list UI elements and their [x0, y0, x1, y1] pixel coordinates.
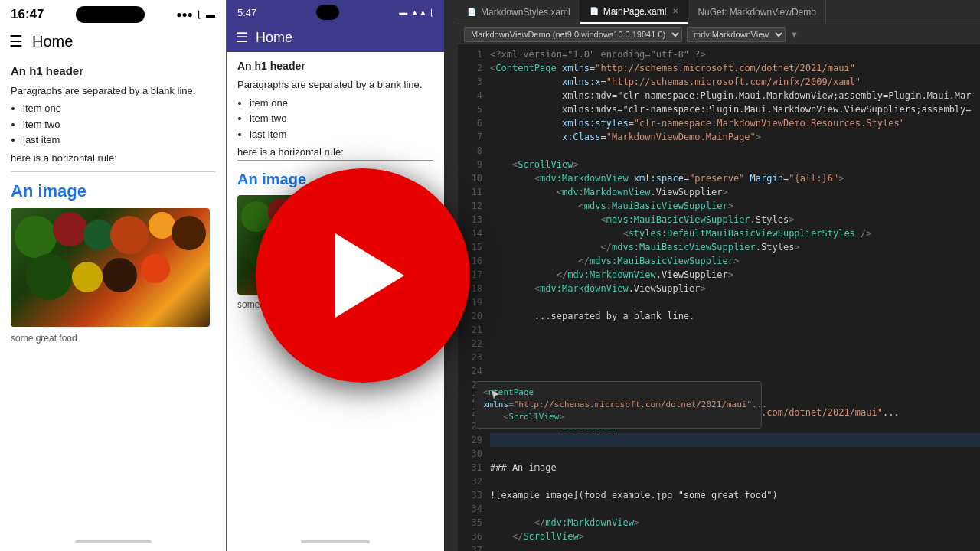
food-decor [103, 258, 137, 292]
code-editor[interactable]: 1234567891011121314151617181920212223242… [458, 44, 980, 551]
line-number: 30 [458, 447, 482, 461]
mid-status-bar: 5:47 ▬ ▲▲ ⌊ [227, 0, 444, 23]
code-line[interactable] [490, 323, 980, 337]
code-content[interactable]: <?xml version="1.0" encoding="utf-8" ?><… [487, 44, 980, 551]
food-decor [172, 216, 206, 250]
code-line[interactable]: xmlns:styles="clr-namespace:MarkdownView… [490, 116, 980, 130]
code-line[interactable]: <mdvs:MauiBasicViewSupplier.Styles> [490, 213, 980, 227]
code-line[interactable]: ...separated by a blank line. [490, 309, 980, 323]
code-line[interactable]: <mdv:MarkdownView.ViewSupplier> [490, 185, 980, 199]
tab-main-page[interactable]: 📄 MainPage.xaml ✕ [580, 0, 689, 24]
code-line[interactable] [490, 447, 980, 461]
tab-label: MainPage.xaml [603, 6, 667, 17]
food-decor [110, 216, 149, 254]
code-line[interactable]: </mdvs:MauiBasicViewSupplier.Styles> [490, 240, 980, 254]
mid-menu-icon[interactable]: ☰ [236, 29, 248, 46]
tab-icon: 📄 [467, 8, 476, 16]
line-number: 9 [458, 158, 482, 171]
code-line[interactable] [490, 295, 980, 309]
line-number: 22 [458, 337, 482, 350]
left-caption: some great food [11, 331, 215, 345]
battery-icon: ▬ [399, 8, 407, 17]
mid-top-bar: ☰ Home [227, 23, 444, 52]
code-line[interactable] [490, 543, 980, 551]
line-number: 35 [458, 516, 482, 530]
code-line[interactable]: ### An image [490, 461, 980, 474]
food-decor [83, 220, 114, 250]
line-number: 36 [458, 530, 482, 543]
signal-icon: ▲▲ [410, 8, 427, 17]
code-line[interactable]: xmlns:x="http://schemas.microsoft.com/wi… [490, 75, 980, 89]
line-number: 33 [458, 488, 482, 502]
list-item: item two [250, 111, 433, 126]
left-status-icons: ●●● ⌊ ▬ [176, 9, 215, 20]
project-selector[interactable]: MarkdownViewDemo (net9.0.windows10.0.190… [464, 27, 682, 42]
mid-home-indicator [301, 540, 370, 543]
tab-close-icon[interactable]: ✕ [672, 7, 678, 15]
line-number: 37 [458, 543, 482, 551]
line-number: 5 [458, 103, 482, 116]
code-line[interactable]: </mdv:MarkdownView.ViewSupplier> [490, 268, 980, 282]
wifi-icon: ⌊ [430, 8, 433, 18]
code-line[interactable]: ![example image](food_example.jpg "some … [490, 488, 980, 502]
code-line[interactable]: <styles:DefaultMauiBasicViewSupplierStyl… [490, 227, 980, 240]
code-line[interactable]: </mdvs:MauiBasicViewSupplier> [490, 254, 980, 268]
mid-status-icons: ▬ ▲▲ ⌊ [399, 8, 433, 18]
tab-label: MarkdownStyles.xaml [481, 7, 570, 18]
play-button[interactable] [256, 168, 470, 383]
list-item: last item [250, 127, 433, 142]
code-line[interactable]: xmlns:mdv="clr-namespace:Plugin.Maui.Mar… [490, 89, 980, 103]
tab-nuget[interactable]: NuGet: MarkdownViewDemo [688, 0, 826, 24]
code-line[interactable] [490, 350, 980, 364]
code-line[interactable]: <?xml version="1.0" encoding="utf-8" ?> [490, 47, 980, 61]
tab-markdown-styles[interactable]: 📄 MarkdownStyles.xaml [458, 0, 580, 24]
mid-hr [237, 160, 433, 161]
food-decor [141, 254, 170, 283]
code-line[interactable]: <ContentPage xmlns="http://schemas.micro… [490, 61, 980, 75]
line-number: 10 [458, 171, 482, 185]
phone-left: 16:47 ●●● ⌊ ▬ ☰ Home An h1 header Paragr… [0, 0, 226, 551]
left-hr [11, 171, 215, 172]
food-decor [15, 216, 57, 258]
code-line[interactable]: <mdv:MarkdownView.ViewSupplier> [490, 282, 980, 295]
code-line[interactable] [490, 364, 980, 378]
line-number: 24 [458, 364, 482, 378]
app-window: 16:47 ●●● ⌊ ▬ ☰ Home An h1 header Paragr… [0, 0, 980, 551]
code-line[interactable]: xmlns:mdvs="clr-namespace:Plugin.Maui.Ma… [490, 103, 980, 116]
hover-tooltip: <ntentPage xmlns="http://schemas.microso… [475, 381, 762, 429]
tab-bar: 📄 MarkdownStyles.xaml 📄 MainPage.xaml ✕ … [458, 0, 980, 24]
mid-h1: An h1 header [237, 58, 433, 74]
left-time: 16:47 [11, 7, 44, 22]
list-item: last item [23, 132, 215, 148]
code-line[interactable] [490, 144, 980, 158]
left-food-image [11, 208, 210, 327]
namespace-selector[interactable]: mdv:MarkdownView [687, 27, 786, 42]
tab-icon: 📄 [590, 7, 599, 15]
code-line[interactable]: x:Class="MarkdownViewDemo.MainPage"> [490, 130, 980, 144]
code-line[interactable]: <mdv:MarkdownView xml:space="preserve" M… [490, 171, 980, 185]
food-decor [53, 212, 87, 246]
left-menu-icon[interactable]: ☰ [9, 32, 23, 51]
code-line[interactable] [490, 474, 980, 488]
list-item: item two [23, 117, 215, 132]
code-line[interactable] [490, 337, 980, 350]
line-number: 4 [458, 89, 482, 103]
mid-pill [316, 5, 339, 20]
list-item: item one [23, 101, 215, 116]
mid-page-title: Home [256, 30, 292, 46]
code-line[interactable]: <ScrollView> [490, 158, 980, 171]
left-content: An h1 header Paragraphs are separated by… [0, 57, 226, 354]
code-line[interactable]: <mdvs:MauiBasicViewSupplier> [490, 199, 980, 213]
battery-icon: ▬ [206, 9, 215, 20]
list-item: item one [250, 96, 433, 111]
code-line[interactable] [490, 502, 980, 516]
code-line[interactable]: </ScrollView> [490, 530, 980, 543]
play-icon [335, 233, 404, 318]
mid-time: 5:47 [237, 7, 256, 18]
code-line[interactable] [490, 433, 980, 447]
code-line[interactable]: </mdv:MarkdownView> [490, 516, 980, 530]
line-number: 8 [458, 144, 482, 158]
left-top-bar: ☰ Home [0, 26, 226, 57]
mid-list: item one item two last item [250, 96, 433, 142]
left-status-bar: 16:47 ●●● ⌊ ▬ [0, 0, 226, 26]
